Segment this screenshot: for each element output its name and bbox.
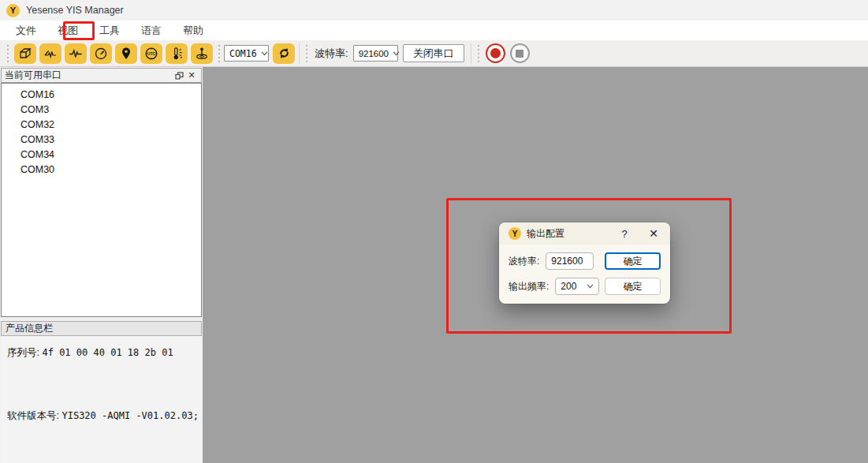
dialog-help-icon[interactable]: ? — [617, 228, 631, 240]
baud-rate-value: 921600 — [359, 49, 389, 58]
stop-button[interactable] — [510, 43, 530, 63]
port-list-item[interactable]: COM32 — [2, 118, 201, 133]
record-button[interactable] — [486, 43, 505, 63]
menu-view[interactable]: 视图 — [50, 21, 86, 40]
port-list: COM16 COM3 COM32 COM33 COM34 COM30 — [1, 83, 202, 317]
refresh-ports-button[interactable] — [273, 43, 295, 64]
dialog-title: 输出配置 — [527, 227, 564, 241]
dialog-baud-label: 波特率: — [509, 255, 539, 268]
window-title: Yesense YIS Manager — [26, 5, 124, 16]
toolbar-separator — [299, 43, 300, 64]
location-pin-button[interactable] — [115, 43, 137, 64]
serial-number-value: 4f 01 00 40 01 18 2b 01 — [42, 347, 173, 358]
menu-file[interactable]: 文件 — [8, 21, 44, 40]
port-select-value: COM16 — [229, 48, 257, 59]
serial-port-dock-panel: 当前可用串口 ✕ COM16 COM3 COM32 COM33 COM34 CO… — [0, 67, 203, 463]
dialog-logo-icon: Y — [509, 227, 521, 240]
level-pin-icon — [194, 46, 210, 62]
dialog-rate-value: 200 — [561, 281, 582, 292]
dialog-rate-ok-button[interactable]: 确定 — [605, 278, 661, 295]
port-list-item[interactable]: COM33 — [2, 133, 201, 147]
dialog-baud-select[interactable]: 921600 — [546, 252, 594, 270]
attitude-waveform-icon — [43, 46, 58, 62]
chevron-down-icon — [587, 284, 594, 289]
port-select[interactable]: COM16 — [224, 45, 269, 62]
float-panel-icon[interactable] — [173, 70, 185, 81]
pulse-waveform-button[interactable] — [65, 43, 87, 64]
location-pin-icon — [118, 46, 134, 62]
svg-text:UTC: UTC — [147, 51, 156, 56]
app-logo-icon: Y — [6, 4, 20, 17]
toolbar-drag-handle[interactable] — [477, 45, 480, 62]
thermometer-icon — [169, 46, 184, 62]
attitude-waveform-button[interactable] — [39, 43, 61, 64]
dialog-title-bar: Y 输出配置 ? ✕ — [499, 222, 670, 245]
dialog-baud-value: 921600 — [551, 256, 583, 267]
thermometer-button[interactable] — [166, 43, 188, 64]
chevron-down-icon — [587, 259, 588, 263]
output-config-dialog: Y 输出配置 ? ✕ 波特率: 921600 确定 输出频率: 200 确定 — [499, 222, 670, 304]
dock-title: 当前可用串口 — [5, 69, 61, 82]
baud-rate-row: 波特率: 921600 确定 — [499, 252, 670, 270]
utc-clock-icon: UTC — [143, 46, 159, 62]
port-list-item[interactable]: COM34 — [2, 147, 201, 162]
stop-icon — [516, 50, 523, 58]
gauge-icon — [93, 46, 109, 62]
close-serial-port-button[interactable]: 关闭串口 — [403, 44, 464, 62]
output-rate-row: 输出频率: 200 确定 — [499, 278, 670, 295]
pulse-waveform-icon — [68, 46, 84, 62]
chevron-down-icon — [393, 51, 400, 56]
main-area: 当前可用串口 ✕ COM16 COM3 COM32 COM33 COM34 CO… — [0, 67, 868, 463]
toolbar-drag-handle[interactable] — [6, 45, 9, 62]
product-info-body: 序列号: 4f 01 00 40 01 18 2b 01 软件版本号: YIS3… — [1, 336, 202, 463]
menu-bar: 文件 视图 工具 语言 帮助 — [0, 21, 868, 40]
menu-tools[interactable]: 工具 — [91, 21, 128, 40]
close-panel-icon[interactable]: ✕ — [185, 70, 198, 81]
menu-help[interactable]: 帮助 — [175, 21, 211, 40]
dialog-rate-label: 输出频率: — [509, 280, 549, 293]
level-pin-button[interactable] — [191, 43, 213, 64]
toolbar-drag-handle[interactable] — [305, 45, 308, 62]
menu-language[interactable]: 语言 — [133, 21, 170, 40]
serial-number-label: 序列号: — [7, 347, 39, 358]
dialog-rate-select[interactable]: 200 — [555, 278, 599, 295]
baud-rate-label: 波特率: — [315, 47, 348, 61]
software-version-value: YIS320 -AQMI -V01.02.03; — [61, 410, 198, 421]
record-icon — [490, 48, 501, 58]
dialog-close-icon[interactable]: ✕ — [646, 227, 661, 240]
port-list-item[interactable]: COM30 — [2, 162, 201, 177]
chevron-down-icon — [261, 51, 268, 56]
cube-3d-icon — [17, 46, 33, 62]
serial-number-line: 序列号: 4f 01 00 40 01 18 2b 01 — [7, 346, 173, 360]
toolbar-drag-handle[interactable] — [218, 45, 221, 62]
port-list-item[interactable]: COM16 — [2, 88, 201, 103]
gauge-button[interactable] — [90, 43, 112, 64]
toolbar-separator — [471, 43, 471, 64]
cube-3d-button[interactable] — [14, 43, 36, 64]
refresh-arrows-icon — [277, 46, 292, 61]
software-version-label: 软件版本号: — [7, 410, 59, 421]
product-info-header: 产品信息栏 — [1, 321, 202, 336]
dialog-baud-ok-button[interactable]: 确定 — [605, 252, 661, 270]
dock-title-bar: 当前可用串口 ✕ — [1, 68, 202, 83]
product-info-title: 产品信息栏 — [6, 322, 53, 335]
port-list-item[interactable]: COM3 — [2, 103, 201, 118]
toolbar: UTC COM16 波特率: 921600 — [0, 40, 868, 67]
utc-clock-button[interactable]: UTC — [140, 43, 162, 64]
software-version-line: 软件版本号: YIS320 -AQMI -V01.02.03; — [7, 409, 199, 423]
title-bar: Y Yesense YIS Manager — [0, 0, 868, 21]
baud-rate-select[interactable]: 921600 — [353, 45, 398, 62]
